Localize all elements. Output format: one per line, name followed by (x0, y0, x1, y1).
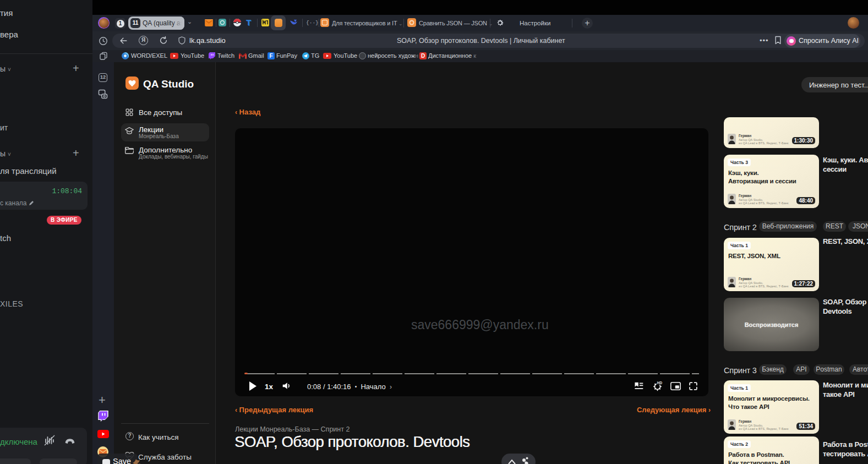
svg-text:HD: HD (657, 381, 663, 385)
